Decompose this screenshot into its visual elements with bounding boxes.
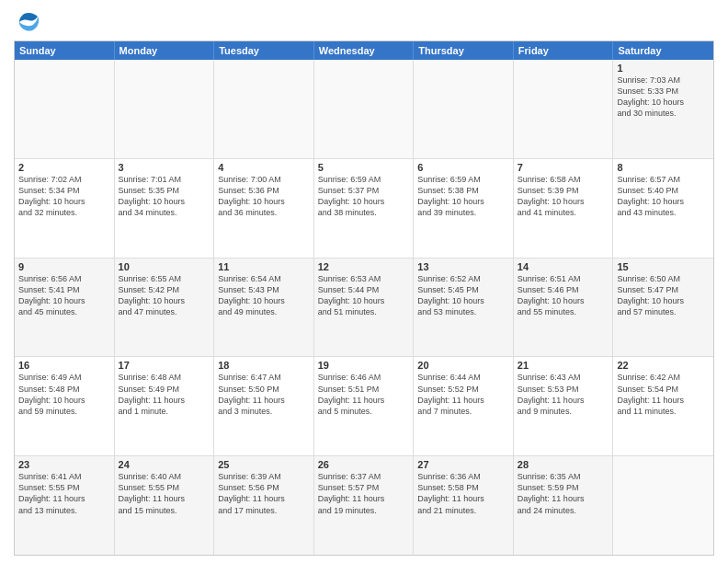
day-header-sunday: Sunday xyxy=(15,41,115,60)
day-cell: 15Sunrise: 6:50 AM Sunset: 5:47 PM Dayli… xyxy=(613,259,713,357)
day-cell xyxy=(613,456,713,555)
day-cell: 17Sunrise: 6:48 AM Sunset: 5:49 PM Dayli… xyxy=(115,357,215,455)
day-cell: 7Sunrise: 6:58 AM Sunset: 5:39 PM Daylig… xyxy=(514,159,614,258)
day-cell: 12Sunrise: 6:53 AM Sunset: 5:44 PM Dayli… xyxy=(314,259,415,357)
day-cell: 16Sunrise: 6:49 AM Sunset: 5:48 PM Dayli… xyxy=(15,357,115,455)
day-cell: 28Sunrise: 6:35 AM Sunset: 5:59 PM Dayli… xyxy=(514,456,614,555)
day-number: 21 xyxy=(518,360,609,371)
calendar: SundayMondayTuesdayWednesdayThursdayFrid… xyxy=(14,40,714,556)
day-info: Sunrise: 6:55 AM Sunset: 5:42 PM Dayligh… xyxy=(119,273,210,318)
week-row-5: 23Sunrise: 6:41 AM Sunset: 5:55 PM Dayli… xyxy=(15,456,713,555)
day-cell: 23Sunrise: 6:41 AM Sunset: 5:55 PM Dayli… xyxy=(15,456,115,555)
week-row-1: 1Sunrise: 7:03 AM Sunset: 5:33 PM Daylig… xyxy=(15,60,713,159)
day-cell xyxy=(214,60,314,158)
day-info: Sunrise: 6:40 AM Sunset: 5:55 PM Dayligh… xyxy=(119,471,210,516)
day-info: Sunrise: 7:01 AM Sunset: 5:35 PM Dayligh… xyxy=(119,174,210,219)
day-number: 20 xyxy=(417,360,509,371)
logo-icon xyxy=(16,9,41,35)
day-number: 26 xyxy=(318,459,410,470)
day-cell: 25Sunrise: 6:39 AM Sunset: 5:56 PM Dayli… xyxy=(214,456,314,555)
day-cell: 11Sunrise: 6:54 AM Sunset: 5:43 PM Dayli… xyxy=(214,259,314,357)
day-number: 4 xyxy=(218,162,310,173)
day-cell xyxy=(314,60,415,158)
week-row-3: 9Sunrise: 6:56 AM Sunset: 5:41 PM Daylig… xyxy=(15,259,713,358)
day-cell xyxy=(15,60,115,158)
day-cell xyxy=(414,60,514,158)
day-info: Sunrise: 6:41 AM Sunset: 5:55 PM Dayligh… xyxy=(18,471,110,516)
day-number: 6 xyxy=(417,162,509,173)
day-info: Sunrise: 6:52 AM Sunset: 5:45 PM Dayligh… xyxy=(417,273,509,318)
day-info: Sunrise: 7:02 AM Sunset: 5:34 PM Dayligh… xyxy=(18,174,110,219)
day-number: 27 xyxy=(417,459,509,470)
day-number: 22 xyxy=(617,360,710,371)
day-info: Sunrise: 6:56 AM Sunset: 5:41 PM Dayligh… xyxy=(18,273,110,318)
day-info: Sunrise: 6:43 AM Sunset: 5:53 PM Dayligh… xyxy=(518,372,609,417)
day-cell: 6Sunrise: 6:59 AM Sunset: 5:38 PM Daylig… xyxy=(414,159,514,258)
day-number: 16 xyxy=(18,360,110,371)
day-info: Sunrise: 6:57 AM Sunset: 5:40 PM Dayligh… xyxy=(617,174,710,219)
day-cell xyxy=(115,60,215,158)
weeks: 1Sunrise: 7:03 AM Sunset: 5:33 PM Daylig… xyxy=(15,60,713,555)
day-cell: 26Sunrise: 6:37 AM Sunset: 5:57 PM Dayli… xyxy=(314,456,415,555)
day-info: Sunrise: 6:59 AM Sunset: 5:37 PM Dayligh… xyxy=(318,174,410,219)
logo xyxy=(14,9,41,35)
day-header-wednesday: Wednesday xyxy=(314,41,415,60)
day-cell: 13Sunrise: 6:52 AM Sunset: 5:45 PM Dayli… xyxy=(414,259,514,357)
day-cell: 20Sunrise: 6:44 AM Sunset: 5:52 PM Dayli… xyxy=(414,357,514,455)
day-headers: SundayMondayTuesdayWednesdayThursdayFrid… xyxy=(15,41,713,60)
day-number: 9 xyxy=(18,261,110,272)
day-info: Sunrise: 6:39 AM Sunset: 5:56 PM Dayligh… xyxy=(218,471,310,516)
day-cell: 19Sunrise: 6:46 AM Sunset: 5:51 PM Dayli… xyxy=(314,357,415,455)
day-header-tuesday: Tuesday xyxy=(214,41,314,60)
day-info: Sunrise: 6:36 AM Sunset: 5:58 PM Dayligh… xyxy=(417,471,509,516)
day-cell: 8Sunrise: 6:57 AM Sunset: 5:40 PM Daylig… xyxy=(613,159,713,258)
day-info: Sunrise: 6:35 AM Sunset: 5:59 PM Dayligh… xyxy=(518,471,609,516)
day-cell: 2Sunrise: 7:02 AM Sunset: 5:34 PM Daylig… xyxy=(15,159,115,258)
day-cell: 22Sunrise: 6:42 AM Sunset: 5:54 PM Dayli… xyxy=(613,357,713,455)
day-number: 19 xyxy=(318,360,410,371)
day-header-saturday: Saturday xyxy=(613,41,713,60)
day-info: Sunrise: 6:42 AM Sunset: 5:54 PM Dayligh… xyxy=(617,372,710,417)
day-cell: 10Sunrise: 6:55 AM Sunset: 5:42 PM Dayli… xyxy=(115,259,215,357)
day-cell: 24Sunrise: 6:40 AM Sunset: 5:55 PM Dayli… xyxy=(115,456,215,555)
day-cell: 4Sunrise: 7:00 AM Sunset: 5:36 PM Daylig… xyxy=(214,159,314,258)
day-cell: 18Sunrise: 6:47 AM Sunset: 5:50 PM Dayli… xyxy=(214,357,314,455)
day-cell: 3Sunrise: 7:01 AM Sunset: 5:35 PM Daylig… xyxy=(115,159,215,258)
day-info: Sunrise: 6:53 AM Sunset: 5:44 PM Dayligh… xyxy=(318,273,410,318)
day-info: Sunrise: 6:46 AM Sunset: 5:51 PM Dayligh… xyxy=(318,372,410,417)
day-info: Sunrise: 6:50 AM Sunset: 5:47 PM Dayligh… xyxy=(617,273,710,318)
day-number: 7 xyxy=(518,162,609,173)
calendar-container: SundayMondayTuesdayWednesdayThursdayFrid… xyxy=(0,0,728,563)
day-cell xyxy=(514,60,614,158)
day-number: 3 xyxy=(119,162,210,173)
day-number: 18 xyxy=(218,360,310,371)
day-info: Sunrise: 6:54 AM Sunset: 5:43 PM Dayligh… xyxy=(218,273,310,318)
day-info: Sunrise: 7:00 AM Sunset: 5:36 PM Dayligh… xyxy=(218,174,310,219)
day-number: 5 xyxy=(318,162,410,173)
day-number: 15 xyxy=(617,261,710,272)
day-info: Sunrise: 6:44 AM Sunset: 5:52 PM Dayligh… xyxy=(417,372,509,417)
day-cell: 1Sunrise: 7:03 AM Sunset: 5:33 PM Daylig… xyxy=(613,60,713,158)
header xyxy=(14,9,714,35)
day-number: 12 xyxy=(318,261,410,272)
day-number: 23 xyxy=(18,459,110,470)
day-info: Sunrise: 6:47 AM Sunset: 5:50 PM Dayligh… xyxy=(218,372,310,417)
day-number: 2 xyxy=(18,162,110,173)
day-info: Sunrise: 6:58 AM Sunset: 5:39 PM Dayligh… xyxy=(518,174,609,219)
day-number: 17 xyxy=(119,360,210,371)
day-header-monday: Monday xyxy=(115,41,215,60)
day-cell: 21Sunrise: 6:43 AM Sunset: 5:53 PM Dayli… xyxy=(514,357,614,455)
day-number: 25 xyxy=(218,459,310,470)
day-info: Sunrise: 6:37 AM Sunset: 5:57 PM Dayligh… xyxy=(318,471,410,516)
day-cell: 14Sunrise: 6:51 AM Sunset: 5:46 PM Dayli… xyxy=(514,259,614,357)
day-header-friday: Friday xyxy=(514,41,614,60)
day-number: 28 xyxy=(518,459,609,470)
day-info: Sunrise: 6:49 AM Sunset: 5:48 PM Dayligh… xyxy=(18,372,110,417)
day-cell: 9Sunrise: 6:56 AM Sunset: 5:41 PM Daylig… xyxy=(15,259,115,357)
day-header-thursday: Thursday xyxy=(414,41,514,60)
day-number: 14 xyxy=(518,261,609,272)
day-number: 13 xyxy=(417,261,509,272)
day-info: Sunrise: 6:48 AM Sunset: 5:49 PM Dayligh… xyxy=(119,372,210,417)
day-number: 11 xyxy=(218,261,310,272)
day-info: Sunrise: 6:59 AM Sunset: 5:38 PM Dayligh… xyxy=(417,174,509,219)
